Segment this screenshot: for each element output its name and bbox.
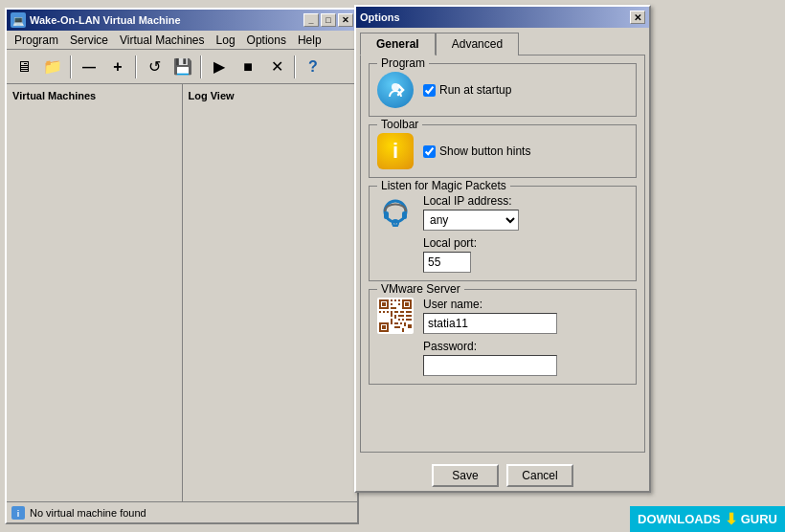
svg-rect-24 bbox=[391, 307, 396, 309]
svg-rect-29 bbox=[394, 311, 398, 313]
minimize-button[interactable]: _ bbox=[303, 13, 319, 27]
options-dialog: Options ✕ General Advanced Program bbox=[354, 5, 651, 493]
tab-bar: General Advanced bbox=[356, 28, 649, 55]
save-icon: 💾 bbox=[173, 57, 192, 76]
svg-rect-4 bbox=[384, 211, 389, 219]
svg-rect-30 bbox=[400, 311, 404, 313]
svg-rect-21 bbox=[398, 299, 400, 301]
magic-packets-icon bbox=[377, 194, 414, 231]
svg-rect-36 bbox=[398, 319, 400, 321]
main-window-icon: 💻 bbox=[11, 12, 26, 28]
open-icon: 📁 bbox=[43, 57, 62, 76]
show-button-hints-checkbox[interactable] bbox=[423, 145, 436, 158]
svg-rect-18 bbox=[382, 325, 386, 329]
main-window: 💻 Wake-On-LAN Virtual Machine _ □ ✕ Prog… bbox=[5, 8, 359, 524]
toolbar-help-btn[interactable]: ? bbox=[300, 54, 326, 80]
main-title-bar: 💻 Wake-On-LAN Virtual Machine _ □ ✕ bbox=[7, 10, 357, 31]
toolbar: 🖥 📁 — + ↺ 💾 ▶ ■ ✕ ? bbox=[7, 50, 357, 84]
toolbar-sep4 bbox=[294, 55, 296, 78]
vmware-section-label: VMware Server bbox=[377, 282, 464, 296]
svg-rect-38 bbox=[406, 319, 412, 321]
watermark-text: DOWNLOADS bbox=[638, 512, 721, 526]
title-bar-buttons: _ □ ✕ bbox=[303, 13, 353, 27]
close-button[interactable]: ✕ bbox=[338, 13, 353, 27]
virtual-machines-header: Virtual Machines bbox=[11, 88, 178, 103]
svg-rect-44 bbox=[402, 328, 404, 332]
watermark: DOWNLOADS ⬇ GURU bbox=[630, 506, 785, 532]
menu-virtual-machines[interactable]: Virtual Machines bbox=[114, 32, 211, 49]
menu-options[interactable]: Options bbox=[241, 32, 292, 49]
local-ip-label: Local IP address: bbox=[423, 194, 628, 208]
run-at-startup-label[interactable]: Run at startup bbox=[423, 83, 511, 97]
local-port-label: Local port: bbox=[423, 236, 628, 250]
toolbar-stop-btn[interactable]: ■ bbox=[235, 54, 261, 80]
toolbar-run-btn[interactable]: ▶ bbox=[206, 54, 233, 80]
password-input[interactable] bbox=[423, 355, 557, 376]
vmware-section: VMware Server bbox=[369, 289, 637, 385]
toolbar-save-btn[interactable]: 💾 bbox=[169, 54, 196, 80]
svg-rect-34 bbox=[406, 315, 412, 317]
minus-icon: — bbox=[82, 59, 96, 75]
dialog-close-button[interactable]: ✕ bbox=[630, 11, 645, 24]
tab-advanced[interactable]: Advanced bbox=[436, 33, 519, 55]
program-icon bbox=[377, 72, 414, 108]
menu-log[interactable]: Log bbox=[211, 32, 241, 49]
toolbar-delete-btn[interactable]: ✕ bbox=[263, 54, 290, 80]
dialog-title: Options bbox=[360, 11, 630, 23]
help-icon: ? bbox=[308, 58, 318, 76]
password-label: Password: bbox=[423, 340, 628, 353]
menu-program[interactable]: Program bbox=[9, 32, 64, 49]
show-button-hints-label[interactable]: Show button hints bbox=[423, 144, 530, 158]
tab-general-label: General bbox=[376, 37, 419, 51]
svg-rect-28 bbox=[391, 311, 392, 317]
toolbar-icon: i bbox=[377, 133, 414, 169]
magic-packets-label: Listen for Magic Packets bbox=[377, 179, 510, 192]
main-title-text: Wake-On-LAN Virtual Machine bbox=[30, 14, 303, 26]
save-button[interactable]: Save bbox=[432, 464, 499, 487]
menu-service[interactable]: Service bbox=[64, 32, 114, 49]
menu-bar: Program Service Virtual Machines Log Opt… bbox=[7, 31, 357, 50]
maximize-button[interactable]: □ bbox=[321, 13, 336, 27]
delete-icon: ✕ bbox=[271, 57, 283, 76]
toolbar-open-btn[interactable]: 📁 bbox=[39, 54, 66, 80]
local-port-input[interactable] bbox=[423, 252, 471, 273]
run-at-startup-checkbox[interactable] bbox=[423, 84, 436, 97]
svg-text:i: i bbox=[17, 509, 20, 519]
local-ip-select[interactable]: any localhost bbox=[423, 210, 519, 231]
vmware-icon bbox=[377, 298, 414, 334]
new-icon: 🖥 bbox=[16, 58, 32, 76]
username-label: User name: bbox=[423, 298, 628, 311]
dialog-buttons: Save Cancel bbox=[356, 456, 649, 495]
tab-general[interactable]: General bbox=[360, 33, 436, 55]
username-input[interactable] bbox=[423, 313, 557, 334]
svg-rect-42 bbox=[408, 324, 412, 328]
status-message: No virtual machine found bbox=[30, 507, 146, 519]
watermark-arrow-icon: ⬇ bbox=[725, 510, 737, 528]
magic-packets-section: Listen for Magic Packets Local IP bbox=[369, 186, 637, 281]
dialog-title-bar: Options ✕ bbox=[356, 7, 649, 28]
vmware-form: User name: Password: bbox=[423, 298, 628, 376]
svg-rect-22 bbox=[391, 303, 392, 305]
svg-rect-23 bbox=[398, 303, 400, 305]
toolbar-minus-btn[interactable]: — bbox=[76, 54, 102, 80]
toolbar-sep2 bbox=[135, 55, 137, 78]
svg-rect-43 bbox=[394, 326, 400, 328]
magic-packets-content: Local IP address: any localhost Local po… bbox=[377, 190, 628, 273]
svg-rect-40 bbox=[400, 322, 402, 324]
tab-advanced-label: Advanced bbox=[452, 37, 503, 51]
svg-rect-31 bbox=[406, 311, 412, 313]
refresh-icon: ↺ bbox=[148, 57, 161, 76]
cancel-button[interactable]: Cancel bbox=[506, 464, 573, 487]
svg-rect-33 bbox=[398, 315, 404, 317]
svg-rect-15 bbox=[405, 302, 409, 306]
toolbar-new-btn[interactable]: 🖥 bbox=[11, 54, 37, 80]
log-view-header: Log View bbox=[187, 88, 354, 103]
watermark-suffix: GURU bbox=[741, 512, 777, 526]
program-section-label: Program bbox=[377, 56, 429, 70]
toolbar-plus-btn[interactable]: + bbox=[104, 54, 131, 80]
toolbar-refresh-btn[interactable]: ↺ bbox=[141, 54, 168, 80]
run-icon: ▶ bbox=[213, 57, 225, 76]
menu-help[interactable]: Help bbox=[292, 32, 327, 49]
svg-rect-5 bbox=[402, 211, 407, 219]
svg-rect-20 bbox=[394, 299, 396, 301]
